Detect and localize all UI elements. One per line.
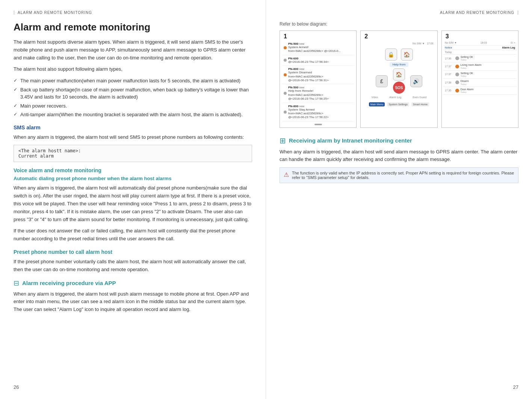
alarm-types-intro: The alarm host also support following al… [14, 65, 252, 73]
d3-subheader: Notice Alarm Log [443, 46, 517, 50]
app-section-header: ⊟ Alarm receiving procedure via APP [14, 279, 252, 287]
app-section-heading: Alarm receiving procedure via APP [22, 280, 116, 286]
intranet-section-header: ⊞ Receiving alarm by Intranet monitoring… [280, 136, 518, 145]
voice-section-subtitle: Automatic dialing preset phone number wh… [14, 176, 252, 181]
sms-section-heading: SMS alarm [14, 124, 252, 130]
d3-header: No SIM ▼ 18:03 ⊟ > [443, 41, 517, 46]
sms-code-box: <The alarm hostt name>: Current alarm [14, 145, 252, 162]
d2-nav-settings[interactable]: System Settings [387, 102, 409, 106]
info-text: The function is only valid when the IP a… [292, 171, 514, 180]
d2-lock-icon: 🔒 [385, 49, 397, 61]
voice-body1: When any alarm is triggered, the alarm h… [14, 184, 252, 223]
code-line1: <The alarm hostt name>: [18, 148, 247, 153]
d3-dot-gray [455, 56, 459, 60]
dot-gray3 [284, 111, 287, 114]
diagram-3-number: 3 [445, 33, 450, 40]
phone-row-1: PN-600 @<2016-06-23 Thu 17:56:34> [282, 55, 354, 66]
help-from-label: Help from [390, 62, 409, 67]
d3-row-3: 17:38 Disarm Today [443, 79, 517, 86]
voice-section-heading: Voice alarm and remote monitoring [14, 167, 252, 173]
list-item: Main power recovers. [14, 102, 252, 110]
info-icon: ⚠ [284, 171, 289, 178]
d2-icons-row: 🔒 🏠 [385, 49, 413, 61]
d2-arm-icon: 🏠 [401, 49, 413, 61]
diagram-1: 1 PN-500 new System Armed! from<MAC:acd2… [280, 30, 357, 128]
page-title: Alarm and remote monitoring [14, 21, 252, 33]
diagram-1-number: 1 [283, 33, 288, 40]
alarm-types-list: The main power malfunction(when main pow… [14, 77, 252, 118]
left-page: ALARM AND REMOTE MONITORING Alarm and re… [0, 0, 266, 399]
diagram-2-number: 2 [364, 33, 369, 40]
diagrams-row: 1 PN-500 new System Armed! from<MAC:acd2… [280, 30, 518, 128]
preset-body: If the preset phone number voluntarily c… [14, 258, 252, 274]
diagram2-inner: No SIM ▼ 17:06 🔒 🏠 Help from £ 🏠 SOS 🔊 [361, 39, 437, 109]
dot-gray2 [284, 92, 287, 95]
d2-sos-button[interactable]: SOS [393, 82, 405, 94]
d3-row-0: 17:36 Setting OK Today [443, 55, 517, 62]
right-header: ALARM AND REMOTE MONITORING [280, 11, 518, 15]
d2-tab-labels: Video Alarm Log Even Guard [371, 96, 426, 99]
wifi-icon: ⊟ [14, 279, 19, 287]
d2-nav: Main Menu System Settings Smart Home [369, 102, 429, 106]
d2-middle-row: £ 🏠 SOS 🔊 [376, 68, 422, 94]
diagram3-inner: No SIM ▼ 18:03 ⊟ > Notice Alarm Log Toda… [442, 39, 518, 96]
d3-row-1: 17:37 Living room Alarm Today [443, 62, 517, 70]
d3-dot-orange [455, 65, 459, 68]
d2-home-icon: 🏠 [393, 68, 405, 80]
dot-gray [284, 59, 287, 62]
d2-vol-icon: 🔊 [410, 75, 422, 87]
list-item: The main power malfunction(when main pow… [14, 77, 252, 85]
info-box: ⚠ The function is only valid when the IP… [280, 167, 518, 183]
sms-body: When any alarm is triggered, the alarm h… [14, 134, 252, 141]
code-line2: Current alarm [18, 153, 247, 159]
d3-dot-orange2 [455, 89, 459, 93]
d2-nav-smart[interactable]: Smart Home [411, 102, 429, 106]
dot-orange2 [284, 73, 287, 76]
refer-text: Refer to below diagram: [280, 21, 518, 27]
phone-row-4: PN-800 new System Stay Armed from<MAC:ac… [282, 103, 354, 121]
d2-nav-main[interactable]: Main Menu [369, 102, 385, 106]
page-number-right: 27 [513, 384, 518, 390]
d3-row-2: 17:37 Setting OK Today [443, 71, 517, 79]
intro-text: The alarm host supports diverse alarm ty… [14, 38, 252, 62]
page-number-left: 26 [14, 384, 19, 390]
d3-dot-gray3 [455, 80, 459, 84]
diagram-3: 3 No SIM ▼ 18:03 ⊟ > Notice Alarm Log To… [441, 30, 518, 128]
d3-today-label: Today [443, 50, 517, 55]
d2-pound-icon: £ [376, 75, 388, 87]
right-page: ALARM AND REMOTE MONITORING Refer to bel… [266, 0, 532, 399]
phone-row-0: PN-500 new System Armed! from<MAC:acd235… [282, 41, 354, 55]
list-item: Anti-tamper alarm(When the mounting brac… [14, 111, 252, 118]
phone-screen-1: PN-500 new System Armed! from<MAC:acd235… [280, 38, 356, 127]
d3-row-4: 17:35 Door Alarm Today [443, 87, 517, 95]
intranet-heading: Receiving alarm by Intranet monitoring c… [289, 137, 412, 144]
voice-body2: If the user does not answer the call or … [14, 227, 252, 243]
intranet-body: When any alarm is triggered, the alarm h… [280, 148, 518, 164]
left-header: ALARM AND REMOTE MONITORING [14, 11, 252, 15]
page-spread: ALARM AND REMOTE MONITORING Alarm and re… [0, 0, 532, 399]
intranet-icon: ⊞ [280, 136, 286, 145]
phone-row-2: PN-800 new System Disarmed from<MAC:acd2… [282, 66, 354, 84]
list-item: Back up battery shortage(In case of main… [14, 86, 252, 101]
dot-orange [284, 46, 287, 49]
preset-heading: Preset phone number to call alarm host [14, 249, 252, 255]
app-body: When any alarm is triggered, the alarm h… [14, 290, 252, 314]
diagram-2: 2 No SIM ▼ 17:06 🔒 🏠 Help from £ 🏠 SOS [360, 30, 437, 128]
d3-dot-gray2 [455, 73, 459, 76]
phone-row-3: PN-500 new Help from Remote! from<MAC:ac… [282, 84, 354, 103]
